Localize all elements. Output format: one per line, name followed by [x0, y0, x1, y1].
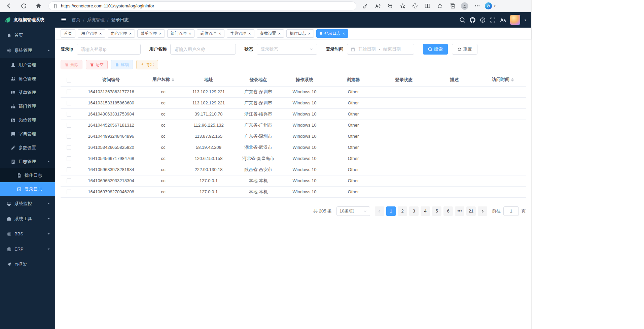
tab-login-log[interactable]: 登录日志× [316, 29, 349, 38]
sidebar-item-dept-manage[interactable]: 部门管理 [0, 99, 55, 113]
close-icon[interactable]: × [218, 31, 221, 36]
sidebar-item-erp[interactable]: ERP [0, 241, 55, 257]
font-size-button[interactable] [500, 17, 506, 23]
search-button[interactable]: 搜索 [423, 44, 448, 55]
close-icon[interactable]: × [248, 31, 251, 36]
collections-button[interactable] [448, 1, 457, 11]
fullscreen-button[interactable] [490, 17, 496, 23]
tab-menu-manage[interactable]: 菜单管理× [137, 29, 165, 38]
row-checkbox[interactable] [67, 101, 71, 105]
column-header-user[interactable]: 用户名称 [145, 73, 182, 86]
page-button-6[interactable]: 6 [443, 206, 453, 216]
address-bar[interactable]: https://ccnetcore.com:1101/system/log/lo… [48, 1, 356, 10]
favorite-add-button[interactable] [398, 1, 407, 11]
goto-page-input[interactable] [503, 206, 519, 216]
zoom-button[interactable] [385, 1, 395, 11]
extensions-button[interactable] [410, 1, 420, 11]
clear-button[interactable]: 清空 [86, 60, 108, 69]
sort-icon[interactable] [172, 77, 174, 83]
date-range-picker[interactable]: 开始日期 - 结束日期 [347, 44, 414, 55]
sidebar-item-dict-manage[interactable]: 字典管理 [0, 127, 55, 141]
prev-page-button[interactable] [375, 206, 384, 216]
github-button[interactable] [470, 17, 475, 23]
column-header-time[interactable]: 访问时间 [479, 73, 526, 86]
sidebar-item-role-manage[interactable]: 角色管理 [0, 72, 55, 86]
sort-icon[interactable] [511, 77, 514, 83]
close-icon[interactable]: × [99, 31, 102, 36]
copilot-bing-icon[interactable]: b [485, 2, 492, 9]
tab-post-manage[interactable]: 岗位管理× [197, 29, 224, 38]
close-icon[interactable]: × [308, 31, 311, 36]
sidebar-item-user-manage[interactable]: 用户管理 [0, 58, 55, 72]
row-checkbox[interactable] [67, 145, 71, 150]
row-checkbox[interactable] [67, 134, 71, 139]
page-button-2[interactable]: 2 [398, 206, 407, 216]
sidebar-item-system-tools[interactable]: 系统工具 [0, 211, 55, 226]
tab-dept-manage[interactable]: 部门管理× [167, 29, 195, 38]
delete-button[interactable]: 删除 [61, 60, 82, 69]
sidebar-item-log-manage[interactable]: 日志管理 [0, 155, 55, 168]
user-name-input[interactable] [170, 44, 236, 55]
page-button-4[interactable]: 4 [421, 206, 430, 216]
tab-operation-log[interactable]: 操作日志× [286, 29, 314, 38]
tab-home[interactable]: 首页 [61, 29, 75, 38]
page-button-3[interactable]: 3 [409, 206, 419, 216]
browser-home-button[interactable] [34, 1, 43, 11]
breadcrumb-item[interactable]: 登录日志 [111, 17, 129, 23]
key-button[interactable] [360, 1, 370, 11]
sidebar-item-login-log[interactable]: 登录日志 [0, 182, 55, 196]
sidebar-item-yi-frame[interactable]: Yi框架 [0, 257, 55, 272]
row-checkbox[interactable] [67, 167, 71, 172]
row-checkbox[interactable] [67, 178, 71, 183]
split-screen-button[interactable] [423, 1, 432, 11]
row-checkbox[interactable] [67, 156, 71, 161]
close-icon[interactable]: × [343, 31, 345, 36]
row-checkbox[interactable] [67, 112, 71, 117]
page-button-21[interactable]: 21 [466, 206, 476, 216]
sidebar-item-param-settings[interactable]: 参数设置 [0, 141, 55, 155]
tab-param-settings[interactable]: 参数设置× [257, 29, 284, 38]
favorites-bar-button[interactable] [435, 1, 444, 11]
reset-button[interactable]: 重置 [452, 44, 477, 55]
sidebar-item-bbs[interactable]: BBS [0, 226, 55, 241]
status-select[interactable]: 登录状态 [257, 44, 317, 55]
tab-dict-manage[interactable]: 字典管理× [227, 29, 254, 38]
page-size-select[interactable]: 10条/页 [336, 206, 370, 216]
next-page-button[interactable] [478, 206, 487, 216]
user-avatar[interactable] [510, 15, 520, 25]
browser-refresh-button[interactable] [19, 1, 28, 11]
sidebar-item-system-manage[interactable]: 系统管理 [0, 43, 55, 58]
page-button-1[interactable]: 1 [386, 206, 396, 216]
browser-menu-button[interactable] [472, 1, 482, 11]
row-checkbox[interactable] [67, 90, 71, 94]
close-icon[interactable]: × [129, 31, 132, 36]
more-pages-button[interactable]: ••• [455, 206, 464, 216]
close-icon[interactable]: × [159, 31, 162, 36]
close-icon[interactable]: × [189, 31, 191, 36]
unlock-button[interactable]: 解锁 [111, 60, 133, 69]
tab-role-manage[interactable]: 角色管理× [108, 29, 135, 38]
browser-back-button[interactable] [4, 1, 13, 11]
read-aloud-button[interactable] [373, 1, 382, 11]
question-button[interactable] [480, 17, 486, 23]
page-button-5[interactable]: 5 [432, 206, 441, 216]
select-all-checkbox[interactable] [67, 78, 71, 83]
copilot-caret-icon[interactable]: ▾ [494, 4, 496, 8]
sidebar-item-menu-manage[interactable]: 菜单管理 [0, 86, 55, 99]
cell-desc [429, 108, 479, 120]
profile-button[interactable] [460, 1, 469, 11]
tab-user-manage[interactable]: 用户管理× [78, 29, 105, 38]
export-button[interactable]: 导出 [136, 60, 158, 69]
breadcrumb-item[interactable]: 系统管理 [87, 17, 105, 23]
breadcrumb-item[interactable]: 首页 [72, 17, 80, 23]
row-checkbox[interactable] [67, 190, 71, 194]
close-icon[interactable]: × [278, 31, 281, 36]
sidebar-item-post-manage[interactable]: 岗位管理 [0, 113, 55, 127]
sidebar-item-system-monitor[interactable]: 系统监控 [0, 196, 55, 211]
row-checkbox[interactable] [67, 123, 71, 128]
sidebar-item-home[interactable]: 首页 [0, 28, 55, 43]
collapse-sidebar-button[interactable] [60, 17, 67, 23]
search-button[interactable] [460, 17, 465, 23]
login-ip-input[interactable] [77, 44, 141, 55]
sidebar-item-operation-log[interactable]: 操作日志 [0, 168, 55, 182]
